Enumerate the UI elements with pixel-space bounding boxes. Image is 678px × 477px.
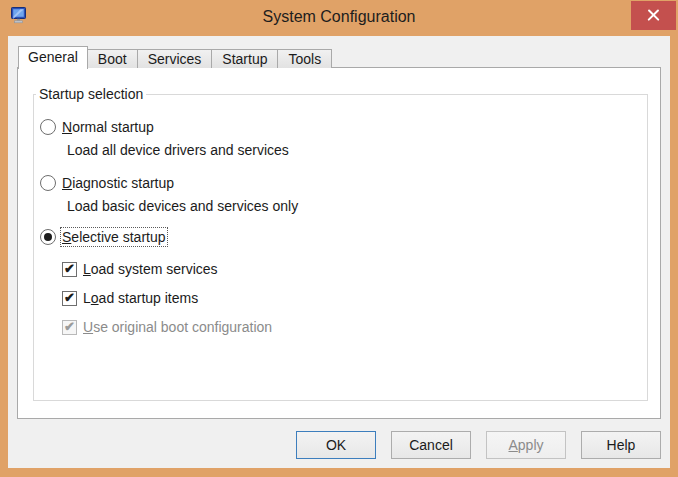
diagnostic-startup-description: Load basic devices and services only (67, 198, 298, 214)
close-icon (647, 9, 660, 22)
startup-selection-group: Startup selection Normal startup Load al… (33, 86, 648, 401)
load-system-services-label[interactable]: Load system services (83, 261, 218, 277)
radio-row-selective-startup: Selective startup (40, 229, 166, 245)
diagnostic-startup-radio[interactable] (40, 175, 56, 191)
normal-startup-description: Load all device drivers and services (67, 142, 289, 158)
tab-general[interactable]: General (18, 46, 88, 69)
radio-row-diagnostic-startup: Diagnostic startup (40, 175, 174, 191)
dialog-body: General Boot Services Startup Tools Star… (8, 36, 670, 468)
selective-startup-radio[interactable] (40, 229, 56, 245)
use-original-boot-configuration-label[interactable]: Use original boot configuration (83, 319, 272, 335)
check-icon: ✔ (64, 262, 75, 275)
ok-button[interactable]: OK (296, 431, 376, 459)
help-button[interactable]: Help (581, 431, 661, 459)
tab-startup[interactable]: Startup (211, 49, 278, 68)
load-startup-items-checkbox[interactable]: ✔ (62, 291, 77, 306)
check-icon: ✔ (64, 320, 75, 333)
checkbox-row-use-original-boot-configuration: ✔ Use original boot configuration (62, 319, 272, 335)
normal-startup-radio[interactable] (40, 119, 56, 135)
tab-boot[interactable]: Boot (87, 49, 138, 68)
system-configuration-window: System Configuration General Boot Servic… (0, 0, 678, 477)
dialog-button-row: OK Cancel Apply Help (296, 431, 661, 459)
window-title: System Configuration (60, 0, 618, 36)
app-icon (11, 7, 28, 25)
cancel-button[interactable]: Cancel (391, 431, 471, 459)
apply-button[interactable]: Apply (486, 431, 566, 459)
check-icon: ✔ (64, 291, 75, 304)
diagnostic-startup-label[interactable]: Diagnostic startup (62, 175, 174, 191)
title-bar[interactable]: System Configuration (0, 0, 678, 36)
checkbox-row-load-startup-items: ✔ Load startup items (62, 290, 198, 306)
tab-services[interactable]: Services (137, 49, 213, 68)
selective-startup-label[interactable]: Selective startup (62, 229, 166, 245)
tab-strip: General Boot Services Startup Tools (18, 46, 331, 68)
load-system-services-checkbox[interactable]: ✔ (62, 262, 77, 277)
radio-row-normal-startup: Normal startup (40, 119, 154, 135)
close-button[interactable] (631, 1, 676, 30)
normal-startup-label[interactable]: Normal startup (62, 119, 154, 135)
use-original-boot-configuration-checkbox[interactable]: ✔ (62, 320, 77, 335)
checkbox-row-load-system-services: ✔ Load system services (62, 261, 218, 277)
load-startup-items-label[interactable]: Load startup items (83, 290, 198, 306)
tab-tools[interactable]: Tools (277, 49, 332, 68)
group-title: Startup selection (36, 86, 146, 102)
tab-page-general: Startup selection Normal startup Load al… (17, 67, 661, 419)
